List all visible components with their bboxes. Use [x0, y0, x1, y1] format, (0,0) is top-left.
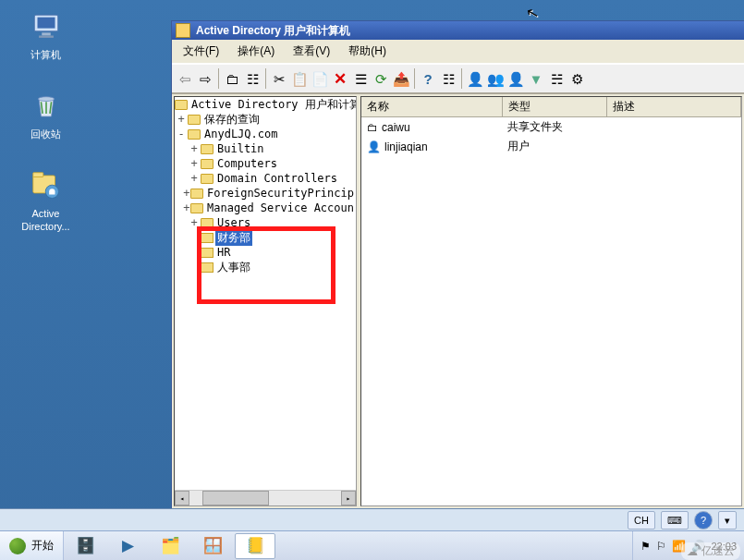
svg-point-4: [38, 97, 54, 102]
cloud-icon: ☁: [687, 545, 698, 558]
client-area: Active Directory 用户和计算机 + 保存的查询 - AnydLJ…: [172, 93, 744, 508]
share-icon: 🗀: [367, 121, 378, 134]
task-aduc-active[interactable]: 📒: [235, 533, 275, 559]
desktop-icon-label: 计算机: [30, 48, 61, 61]
tree-domain[interactable]: - AnydLJQ.com: [175, 127, 356, 141]
tree-saved-queries[interactable]: + 保存的查询: [175, 112, 356, 127]
user-icon: 👤: [367, 140, 381, 153]
group-add-icon[interactable]: 👥: [486, 69, 505, 88]
scroll-left-icon[interactable]: ◂: [175, 491, 189, 505]
user-add-icon[interactable]: 👤: [466, 69, 484, 88]
task-explorer[interactable]: 🗂️: [150, 533, 190, 559]
computer-icon: [29, 9, 64, 44]
list-header[interactable]: 名称 类型 描述: [361, 97, 741, 117]
aduc-window: Active Directory 用户和计算机 文件(F) 操作(A) 查看(V…: [171, 20, 744, 509]
desktop: 计算机 回收站 Active Directory... Active Direc…: [0, 0, 744, 560]
tree-item[interactable]: +Computers: [175, 156, 356, 171]
titlebar[interactable]: Active Directory 用户和计算机: [172, 21, 744, 40]
scroll-right-icon[interactable]: ▸: [341, 491, 356, 505]
desktop-icon-label: Active Directory...: [21, 207, 69, 233]
menu-help[interactable]: 帮助(H): [341, 42, 394, 61]
tree-item[interactable]: +ForeignSecurityPrincip: [175, 186, 356, 201]
task-powershell[interactable]: ▶: [107, 533, 148, 559]
svg-rect-2: [42, 32, 51, 35]
tree-ou[interactable]: 人事部: [175, 260, 356, 274]
col-header-name[interactable]: 名称: [361, 97, 503, 116]
tray-opt-icon[interactable]: ▾: [718, 511, 737, 530]
col-header-desc[interactable]: 描述: [607, 97, 741, 116]
tree-item[interactable]: +Builtin: [175, 141, 356, 156]
list-item[interactable]: 🗀caiwu 共享文件夹: [361, 117, 741, 137]
refresh-button[interactable]: ⟳: [372, 69, 390, 88]
tree-pane[interactable]: Active Directory 用户和计算机 + 保存的查询 - AnydLJ…: [174, 96, 357, 506]
misc-icon[interactable]: ⚙: [567, 69, 586, 88]
folder-icon: [176, 23, 190, 38]
tree-item[interactable]: +Managed Service Accoun: [175, 201, 356, 215]
user-opt-icon[interactable]: 👤: [506, 69, 525, 88]
col-header-type[interactable]: 类型: [503, 97, 607, 116]
forward-button[interactable]: ⇨: [196, 69, 214, 88]
tree-ou[interactable]: HR: [175, 245, 356, 260]
cut-button[interactable]: ✂: [270, 69, 288, 88]
start-label: 开始: [31, 538, 54, 554]
menubar: 文件(F) 操作(A) 查看(V) 帮助(H): [172, 40, 744, 64]
tree-root[interactable]: Active Directory 用户和计算机: [175, 97, 356, 112]
properties-button[interactable]: ☰: [351, 69, 370, 88]
tree-scrollbar[interactable]: ◂ ▸: [175, 490, 356, 505]
desktop-icon-label: 回收站: [30, 128, 61, 140]
copy-button[interactable]: 📋: [290, 69, 309, 88]
desktop-icon-computer[interactable]: 计算机: [11, 9, 80, 61]
tray-help-icon[interactable]: ?: [694, 511, 713, 530]
svg-rect-6: [32, 173, 43, 177]
back-button[interactable]: ⇦: [176, 69, 194, 88]
list-item[interactable]: 👤linjiaqian 用户: [361, 137, 741, 156]
scroll-thumb[interactable]: [202, 491, 269, 505]
start-orb-icon: [9, 538, 26, 554]
desktop-icon-recycle[interactable]: 回收站: [11, 89, 80, 140]
showhide-button[interactable]: ☷: [243, 69, 262, 88]
tree-item[interactable]: +Users: [175, 215, 356, 230]
delete-button[interactable]: ✕: [331, 69, 349, 88]
menu-file[interactable]: 文件(F): [176, 42, 226, 61]
tree-ou-selected[interactable]: 财务部: [175, 230, 356, 245]
task-server-manager[interactable]: 🗄️: [65, 533, 105, 559]
watermark: ☁ 亿速云: [681, 542, 740, 560]
tray-flag-icon[interactable]: ⚑: [640, 540, 651, 553]
taskbar: 开始 🗄️ ▶ 🗂️ 🪟 📒 ⚑ ⚐ 📶 🔊 22:03 ☁ 亿速云: [0, 530, 744, 560]
recycle-icon: [29, 89, 64, 124]
up-button[interactable]: 🗀: [223, 69, 241, 88]
find-icon[interactable]: ☵: [547, 69, 566, 88]
export-button[interactable]: 📤: [392, 69, 410, 88]
paste-button[interactable]: 📄: [311, 69, 329, 88]
help-button[interactable]: ?: [419, 69, 437, 88]
tray-keyboard-icon[interactable]: ⌨: [661, 511, 689, 530]
window-title: Active Directory 用户和计算机: [196, 23, 350, 39]
menu-view[interactable]: 查看(V): [286, 42, 337, 61]
lang-indicator[interactable]: CH: [628, 511, 655, 530]
filter-icon[interactable]: ▼: [527, 69, 545, 88]
toolbar: ⇦ ⇨ 🗀 ☷ ✂ 📋 📄 ✕ ☰ ⟳ 📤 ? ☷ 👤 👥 👤 ▼ ☵ ⚙: [172, 64, 744, 93]
task-mmc[interactable]: 🪟: [192, 533, 233, 559]
svg-rect-1: [37, 18, 55, 29]
tree-item[interactable]: +Domain Controllers: [175, 171, 356, 186]
aduc-icon: [29, 168, 64, 203]
lang-bar: CH ⌨ ? ▾: [0, 508, 744, 531]
options-button[interactable]: ☷: [439, 69, 457, 88]
list-pane[interactable]: 名称 类型 描述 🗀caiwu 共享文件夹 👤linjiaqian 用户: [360, 96, 742, 506]
desktop-icon-aduc[interactable]: Active Directory...: [11, 168, 80, 233]
svg-rect-3: [39, 36, 54, 38]
start-button[interactable]: 开始: [0, 531, 64, 560]
tray-flag2-icon[interactable]: ⚐: [656, 540, 666, 553]
menu-action[interactable]: 操作(A): [230, 42, 282, 61]
